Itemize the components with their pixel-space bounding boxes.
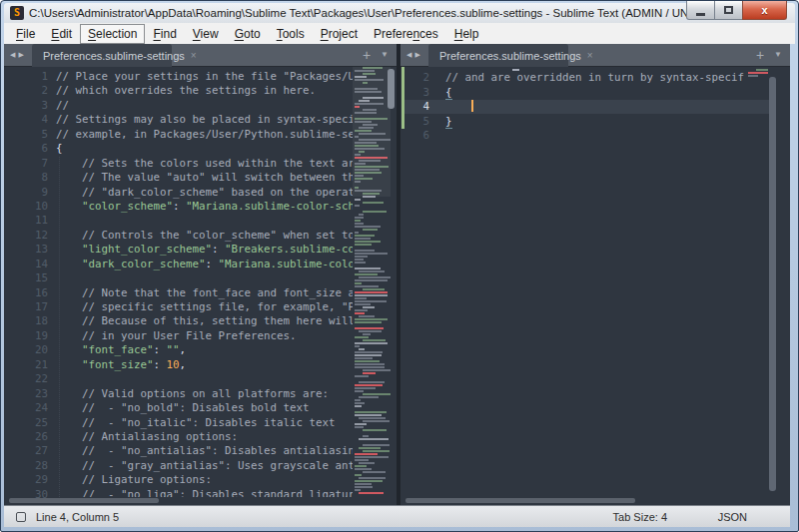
menu-item-find[interactable]: Find (145, 24, 184, 44)
code-line[interactable]: } (445, 115, 762, 129)
code-line[interactable]: // in your User File Preferences. (56, 329, 353, 343)
line-number[interactable]: 14 (4, 258, 48, 271)
line-number[interactable]: 7 (4, 157, 48, 171)
line-number[interactable]: 4 (4, 113, 48, 127)
maximize-button[interactable] (715, 1, 742, 20)
scrollbar-thumb[interactable] (769, 77, 776, 491)
vintage-mode-icon[interactable] (16, 512, 26, 522)
line-number[interactable]: 11 (4, 214, 48, 228)
code-line[interactable]: // Valid options on all platforms are: (56, 387, 353, 401)
line-number[interactable]: 6 (4, 142, 48, 156)
tab-overflow-icon[interactable]: ▼ (381, 51, 389, 59)
menu-item-selection[interactable]: Selection (80, 24, 145, 44)
gutter-right[interactable]: 23456 (400, 67, 429, 497)
line-number[interactable]: 2 (400, 71, 429, 85)
tab-close-icon[interactable]: × (587, 51, 593, 61)
code-line[interactable]: "light_color_scheme": "Breakers.sublime-… (56, 243, 353, 257)
code-line[interactable]: // specific settings file, for example, … (56, 300, 353, 314)
vertical-scrollbar-left[interactable] (388, 69, 395, 495)
menu-item-tools[interactable]: Tools (269, 24, 313, 44)
tab-back-icon[interactable]: ◀ (10, 51, 15, 59)
cursor-position[interactable]: Line 4, Column 5 (36, 511, 119, 523)
tab-overflow-icon[interactable]: ▼ (774, 51, 782, 59)
minimap-right[interactable] (746, 69, 768, 81)
line-number[interactable]: 25 (4, 416, 48, 430)
menu-item-project[interactable]: Project (313, 24, 366, 44)
code-line[interactable]: // - "no_bold": Disables bold text (56, 401, 353, 415)
line-number[interactable]: 19 (4, 329, 48, 343)
line-number[interactable]: 27 (4, 444, 48, 458)
code-line[interactable] (56, 372, 353, 386)
code-line[interactable]: // Settings may also be placed in syntax… (56, 113, 353, 127)
code-area-right[interactable]: // and are overridden in turn by syntax-… (445, 67, 762, 497)
code-line[interactable] (445, 100, 762, 114)
code-line[interactable] (56, 271, 353, 285)
line-number[interactable]: 1 (4, 70, 48, 84)
line-number[interactable]: 10 (4, 200, 48, 214)
line-number[interactable]: 3 (4, 99, 48, 113)
horizontal-scrollbar-right[interactable] (402, 498, 788, 504)
code-line[interactable]: // - "gray_antialias": Uses grayscale an… (56, 459, 353, 473)
line-number[interactable]: 6 (400, 129, 429, 143)
new-tab-icon[interactable]: + (363, 48, 371, 62)
gutter-left[interactable]: 1234567891011121314151617181920212223242… (4, 67, 48, 497)
code-line[interactable]: "font_face": "", (56, 343, 353, 357)
line-number[interactable]: 16 (4, 286, 48, 300)
line-number[interactable]: 5 (4, 128, 48, 142)
menu-item-file[interactable]: File (8, 24, 43, 44)
menu-item-help[interactable]: Help (446, 24, 487, 44)
syntax-indicator[interactable]: JSON (718, 511, 747, 523)
code-line[interactable]: // (56, 99, 353, 113)
code-line[interactable]: // and are overridden in turn by syntax-… (445, 71, 762, 85)
line-number[interactable]: 24 (4, 401, 48, 415)
horizontal-scrollbar-left[interactable] (6, 498, 395, 504)
code-line[interactable]: "dark_color_scheme": "Mariana.sublime-co… (56, 258, 353, 271)
line-number[interactable]: 4 (400, 100, 429, 114)
line-number[interactable]: 8 (4, 171, 48, 185)
tab-close-icon[interactable]: × (191, 51, 197, 61)
code-line[interactable]: "font_size": 10, (56, 358, 353, 372)
line-number[interactable]: 26 (4, 430, 48, 444)
code-line[interactable]: // Controls the "color_scheme" when set … (56, 229, 353, 243)
close-button[interactable]: x (742, 1, 787, 20)
line-number[interactable]: 20 (4, 343, 48, 357)
line-number[interactable]: 5 (400, 115, 429, 129)
menu-item-goto[interactable]: Goto (227, 24, 269, 44)
code-line[interactable]: // - "no_liga": Disables standard ligatu… (56, 488, 353, 497)
tab-forward-icon[interactable]: ▶ (414, 51, 419, 59)
code-line[interactable]: // Ligature options: (56, 473, 353, 487)
code-line[interactable]: // Because of this, setting them here wi… (56, 314, 353, 328)
scrollbar-thumb[interactable] (9, 498, 159, 503)
line-number[interactable]: 21 (4, 358, 48, 372)
code-line[interactable]: // Sets the colors used within the text … (56, 157, 353, 171)
menu-item-preferences[interactable]: Preferences (366, 24, 446, 44)
minimize-button[interactable] (686, 1, 715, 20)
code-area-left[interactable]: // Place your settings in the file "Pack… (56, 67, 353, 497)
code-line[interactable]: { (445, 86, 762, 100)
line-number[interactable]: 2 (4, 84, 48, 98)
code-line[interactable]: // - "no_italic": Disables italic text (56, 416, 353, 430)
scrollbar-thumb[interactable] (405, 498, 635, 503)
tab-preferences-right[interactable]: Preferences.sublime-settings × (428, 44, 568, 67)
code-line[interactable]: // Antialiasing options: (56, 430, 353, 444)
code-line[interactable]: // example, in Packages/User/Python.subl… (56, 128, 353, 142)
line-number[interactable]: 28 (4, 459, 48, 473)
tab-back-icon[interactable]: ◀ (406, 51, 411, 59)
code-line[interactable]: // Place your settings in the file "Pack… (56, 70, 353, 84)
line-number[interactable]: 29 (4, 473, 48, 487)
tab-forward-icon[interactable]: ▶ (18, 51, 23, 59)
code-line[interactable]: // "dark_color_scheme" based on the oper… (56, 186, 353, 200)
line-number[interactable]: 3 (400, 86, 429, 100)
code-line[interactable] (56, 214, 353, 228)
line-number[interactable]: 9 (4, 186, 48, 200)
code-line[interactable]: // Note that the font_face and font_size… (56, 286, 353, 300)
line-number[interactable]: 18 (4, 314, 48, 328)
code-line[interactable] (445, 129, 762, 143)
line-number[interactable]: 15 (4, 271, 48, 285)
code-line[interactable]: "color_scheme": "Mariana.sublime-color-s… (56, 200, 353, 214)
new-tab-icon[interactable]: + (756, 48, 764, 62)
line-number[interactable]: 12 (4, 229, 48, 243)
minimap-left[interactable] (353, 67, 391, 497)
code-line[interactable]: // The value "auto" will switch between … (56, 171, 353, 185)
line-number[interactable]: 23 (4, 387, 48, 401)
